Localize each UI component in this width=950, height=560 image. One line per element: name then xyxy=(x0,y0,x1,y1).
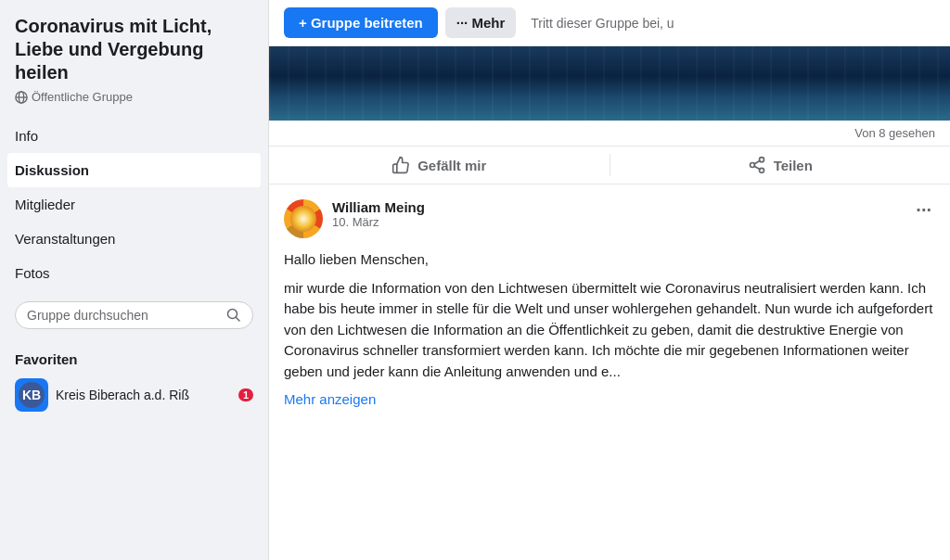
svg-line-11 xyxy=(754,160,760,163)
svg-line-10 xyxy=(754,166,760,169)
favorites-badge: 1 xyxy=(238,388,253,401)
share-button[interactable]: Teilen xyxy=(610,146,951,184)
post-date: 10. März xyxy=(332,215,903,229)
post-more-button[interactable]: ··· xyxy=(912,199,935,221)
svg-line-4 xyxy=(237,318,240,322)
group-type: Öffentliche Gruppe xyxy=(0,90,268,119)
seen-bar: Von 8 gesehen xyxy=(269,121,950,146)
sidebar-item-veranstaltungen[interactable]: Veranstaltungen xyxy=(0,222,268,256)
cover-image xyxy=(269,46,950,121)
post-text: Hallo lieben Menschen, mir wurde die Inf… xyxy=(284,249,935,411)
post-area: William Meing 10. März ··· Hallo lieben … xyxy=(269,185,950,560)
sidebar-item-diskussion[interactable]: Diskussion xyxy=(7,153,261,187)
sidebar-item-mitglieder[interactable]: Mitglieder xyxy=(0,187,268,222)
post-greeting: Hallo lieben Menschen, xyxy=(284,249,935,271)
favorites-avatar: KB xyxy=(15,378,48,412)
globe-icon xyxy=(15,91,28,104)
thumbs-up-icon xyxy=(392,156,410,174)
main-content: + Gruppe beitreten ··· Mehr Tritt dieser… xyxy=(269,0,950,560)
favorites-item[interactable]: KB Kreis Biberach a.d. Riß 1 xyxy=(0,373,268,417)
more-link[interactable]: Mehr anzeigen xyxy=(284,391,376,407)
sidebar-item-info[interactable]: Info xyxy=(0,119,268,153)
like-button[interactable]: Gefällt mir xyxy=(269,146,610,184)
join-button[interactable]: + Gruppe beitreten xyxy=(284,7,438,38)
post-author-avatar xyxy=(284,199,323,238)
favorites-label: Favoriten xyxy=(0,340,268,373)
group-search[interactable] xyxy=(15,301,253,329)
share-icon xyxy=(748,156,766,174)
sidebar: Coronavirus mit Licht, Liebe und Vergebu… xyxy=(0,0,269,560)
main-header: + Gruppe beitreten ··· Mehr Tritt dieser… xyxy=(269,0,950,46)
seen-count: Von 8 gesehen xyxy=(854,126,935,140)
sidebar-item-fotos[interactable]: Fotos xyxy=(0,256,268,290)
search-icon xyxy=(226,308,241,323)
join-hint: Tritt dieser Gruppe bei, u xyxy=(523,16,935,31)
more-button[interactable]: ··· Mehr xyxy=(445,7,517,38)
post-author-name: William Meing xyxy=(332,199,903,215)
post-header: William Meing 10. März ··· xyxy=(284,199,935,238)
group-title: Coronavirus mit Licht, Liebe und Vergebu… xyxy=(0,15,268,90)
sidebar-nav: Info Diskussion Mitglieder Veranstaltung… xyxy=(0,119,268,290)
post-body: mir wurde die Information von den Lichtw… xyxy=(284,278,935,383)
favorites-name: Kreis Biberach a.d. Riß xyxy=(56,388,231,402)
svg-text:KB: KB xyxy=(22,388,41,402)
post-meta: William Meing 10. März xyxy=(332,199,903,229)
reaction-bar: Gefällt mir Teilen xyxy=(269,146,950,185)
search-input[interactable] xyxy=(27,308,219,323)
